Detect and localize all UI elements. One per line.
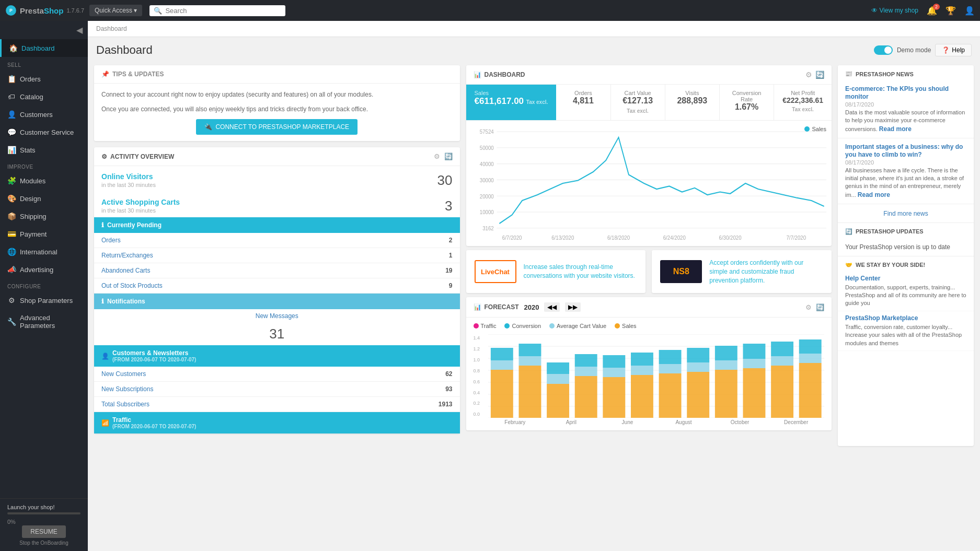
new-subscriptions-link[interactable]: New Subscriptions (101, 385, 153, 393)
conversion-legend-dot (504, 323, 510, 329)
sidebar-item-advanced-parameters[interactable]: 🔧 Advanced Parameters (0, 309, 88, 334)
sidebar-item-dashboard[interactable]: 🏠 Dashboard (0, 39, 88, 57)
help-button[interactable]: ❓ Help (935, 44, 972, 56)
sidebar-toggle-button[interactable]: ◀ (0, 21, 88, 39)
pending-carts-count: 19 (445, 267, 452, 274)
forecast-next-button[interactable]: ▶▶ (565, 302, 581, 312)
stay-title: 🤝 WE STAY BY YOUR SIDE! (838, 256, 974, 272)
forecast-settings-icon[interactable]: ⚙ (805, 303, 812, 311)
pending-stock-link[interactable]: Out of Stock Products (101, 282, 163, 289)
pending-returns-link[interactable]: Return/Exchanges (101, 252, 153, 259)
svg-rect-50 (659, 350, 681, 364)
sidebar-item-payment[interactable]: 💳 Payment (0, 225, 88, 243)
online-visitors-sub: in the last 30 minutes (101, 182, 156, 188)
sidebar-item-shop-parameters[interactable]: ⚙ Shop Parameters (0, 291, 88, 309)
tips-text-1: Connect to your account right now to enj… (101, 90, 453, 99)
sidebar-item-customers[interactable]: 👤 Customers (0, 105, 88, 123)
sidebar-item-stats[interactable]: 📊 Stats (0, 141, 88, 159)
svg-rect-32 (490, 348, 513, 360)
refresh-icon[interactable]: 🔄 (815, 71, 824, 79)
svg-rect-57 (743, 368, 765, 418)
marketplace-link[interactable]: PrestaShop Marketplace (845, 314, 966, 322)
demo-mode-toggle[interactable] (874, 45, 893, 55)
quick-access-button[interactable]: Quick Access ▾ (89, 5, 142, 16)
online-visitors-label[interactable]: Online Visitors (101, 172, 156, 181)
news-article-2-link[interactable]: Important stages of a business: why do y… (845, 143, 963, 158)
active-carts-label[interactable]: Active Shopping Carts (101, 198, 180, 206)
legend-avg-cart: Average Cart Value (549, 323, 606, 329)
svg-text:30000: 30000 (479, 177, 493, 183)
new-customers-link[interactable]: New Customers (101, 370, 146, 378)
legend-sales-dot (804, 126, 810, 132)
find-more-link[interactable]: Find more news (883, 210, 928, 217)
view-shop-link[interactable]: 👁 View my shop (871, 7, 918, 14)
sidebar-item-modules[interactable]: 🧩 Modules (0, 172, 88, 190)
svg-rect-52 (687, 362, 709, 372)
sidebar-item-customer-service[interactable]: 💬 Customer Service (0, 123, 88, 141)
forecast-refresh-icon[interactable]: 🔄 (816, 303, 824, 311)
partners-row: LiveChat Increase sales through real-tim… (466, 250, 832, 293)
new-customers-row: New Customers 62 (94, 367, 460, 382)
help-center-text: Documentation, support, experts, trainin… (845, 284, 966, 308)
messages-count: 31 (94, 323, 460, 345)
connect-marketplace-button[interactable]: 🔌 CONNECT TO PRESTASHOP MARKETPLACE (196, 119, 358, 135)
tab-net-profit[interactable]: Net Profit €222,336.61 Tax excl. (774, 85, 832, 120)
help-center-link[interactable]: Help Center (845, 275, 966, 282)
tips-icon: 📌 (101, 71, 109, 78)
svg-rect-46 (631, 366, 653, 375)
livechat-logo: LiveChat (475, 260, 516, 283)
search-bar[interactable]: 🔍 (149, 5, 285, 16)
tips-body: Connect to your account right now to enj… (94, 84, 460, 141)
forecast-prev-button[interactable]: ◀◀ (544, 302, 560, 312)
dashboard-grid: 📌 TIPS & UPDATES Connect to your account… (88, 61, 980, 452)
tab-orders[interactable]: Orders 4,811 (556, 85, 610, 120)
search-input[interactable] (165, 7, 281, 15)
news-article-1-link[interactable]: E-commerce: The KPIs you should monitor (845, 85, 949, 100)
sidebar-item-catalog[interactable]: 🏷 Catalog (0, 88, 88, 105)
tips-title: 📌 TIPS & UPDATES (101, 71, 164, 78)
tab-sales[interactable]: Sales €611,617.00 Tax excl. (466, 85, 557, 120)
tab-conversion-rate[interactable]: Conversion Rate 1.67% (720, 85, 774, 120)
middle-column: 📊 DASHBOARD ⚙ 🔄 Sales €611 (466, 65, 832, 433)
sidebar-item-orders[interactable]: 📋 Orders (0, 70, 88, 88)
news-article-1-read-more[interactable]: Read more (879, 125, 912, 133)
ns8-logo: NS8 (660, 260, 702, 283)
svg-rect-35 (518, 344, 541, 356)
news-article-2-text: All businesses have a life cycle. There … (845, 167, 966, 200)
updates-section: 🔄 PRESTASHOP UPDATES Your PrestaShop ver… (838, 222, 974, 256)
month-label-jun: June (599, 419, 656, 425)
sidebar-item-design[interactable]: 🎨 Design (0, 190, 88, 207)
new-messages-link[interactable]: New Messages (94, 309, 460, 323)
modules-icon: 🧩 (7, 177, 16, 185)
dashboard-card-header: 📊 DASHBOARD ⚙ 🔄 (466, 65, 832, 85)
sidebar-item-shipping[interactable]: 📦 Shipping (0, 207, 88, 225)
svg-text:6/13/2020: 6/13/2020 (551, 235, 574, 241)
total-subscribers-link[interactable]: Total Subscribers (101, 401, 149, 408)
activity-settings-icon[interactable]: ⚙ (434, 153, 440, 160)
settings-icon[interactable]: ⚙ (805, 71, 812, 79)
svg-text:50000: 50000 (479, 145, 493, 151)
sidebar-item-international[interactable]: 🌐 International (0, 243, 88, 261)
sales-legend-dot (615, 323, 620, 329)
pending-carts-link[interactable]: Abandoned Carts (101, 267, 150, 274)
trophy-button[interactable]: 🏆 (946, 6, 956, 16)
news-article-2: Important stages of a business: why do y… (838, 138, 974, 204)
tips-card: 📌 TIPS & UPDATES Connect to your account… (94, 65, 460, 141)
sales-chart-area: Sales 57524 (466, 121, 832, 246)
resume-onboarding-button[interactable]: RESUME (22, 525, 65, 538)
activity-refresh-icon[interactable]: 🔄 (444, 153, 453, 160)
svg-rect-39 (574, 376, 597, 418)
sidebar-bottom: Launch your shop! 0% RESUME Stop the OnB… (0, 498, 88, 551)
news-icon: 📰 (845, 71, 852, 77)
news-article-2-read-more[interactable]: Read more (858, 191, 890, 198)
tab-cart-value[interactable]: Cart Value €127.13 Tax excl. (611, 85, 665, 120)
left-column: 📌 TIPS & UPDATES Connect to your account… (94, 65, 460, 433)
tab-visits[interactable]: Visits 288,893 (665, 85, 720, 120)
sidebar-item-advertising[interactable]: 📣 Advertising (0, 261, 88, 278)
notifications-button[interactable]: 🔔 2 (927, 6, 937, 16)
total-subscribers-count: 1913 (439, 401, 453, 408)
pending-orders-link[interactable]: Orders (101, 237, 121, 244)
stay-item-marketplace: PrestaShop Marketplace Traffic, conversi… (838, 311, 974, 351)
activity-header: ⚙ ACTIVITY OVERVIEW ⚙ 🔄 (94, 147, 460, 166)
user-account-button[interactable]: 👤 (964, 6, 975, 16)
